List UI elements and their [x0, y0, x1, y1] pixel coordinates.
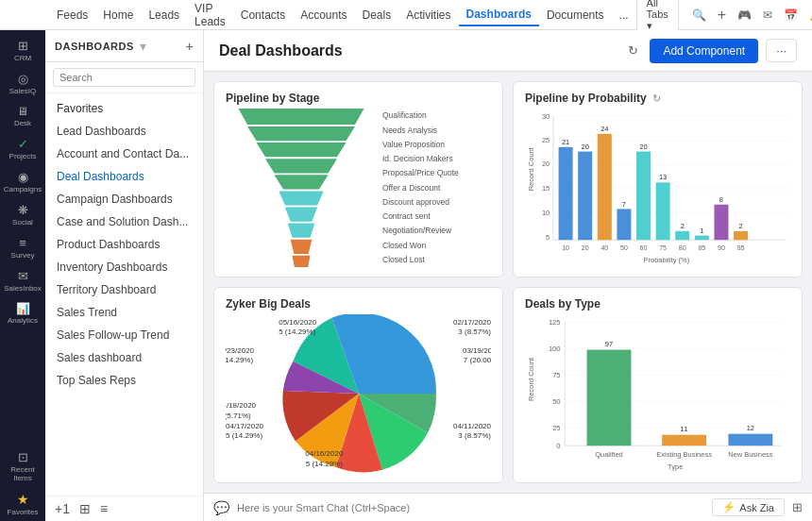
nav-footer-grid[interactable]: ⊞: [79, 501, 91, 516]
probability-title-row: Pipeline by Probability ↻: [525, 92, 790, 105]
pipeline-by-probability-card: Pipeline by Probability ↻ Record Count: [513, 81, 803, 277]
svg-rect-27: [578, 152, 592, 241]
svg-marker-0: [239, 109, 364, 125]
stage-label-discount: Discount approved: [382, 195, 459, 210]
svg-marker-1: [247, 126, 355, 141]
deals-type-title: Deals by Type: [525, 297, 790, 311]
sidebar-icon-survey[interactable]: ≡ Survey: [2, 231, 43, 264]
svg-text:1: 1: [700, 227, 703, 235]
sidebar-icon-recent[interactable]: ⊡ Recent Items: [2, 445, 43, 487]
nav-search-input[interactable]: [53, 68, 195, 87]
svg-rect-39: [695, 236, 709, 241]
calendar-icon[interactable]: 📅: [778, 5, 804, 25]
svg-text:8: 8: [719, 195, 723, 204]
sidebar-icon-salesinbox[interactable]: ✉ SalesInbox: [2, 264, 43, 297]
svg-rect-35: [656, 182, 670, 240]
svg-text:25: 25: [552, 424, 560, 432]
nav-item-product[interactable]: Product Dashboards: [45, 233, 203, 256]
svg-text:7: 7: [622, 200, 626, 209]
svg-text:90: 90: [718, 244, 725, 251]
email-icon[interactable]: ✉: [757, 5, 778, 25]
nav-list: Favorites Lead Dashboards Account and Co…: [45, 93, 203, 496]
nav-item-dashboards[interactable]: Dashboards: [459, 4, 539, 26]
nav-item-more[interactable]: ...: [612, 5, 636, 25]
smart-chat-input[interactable]: [237, 502, 704, 513]
sidebar-icon-crm[interactable]: ⊞ CRM: [2, 34, 43, 67]
nav-item-sales-trend[interactable]: Sales Trend: [45, 301, 203, 324]
svg-text:10: 10: [562, 244, 569, 251]
nav-footer-add[interactable]: +1: [55, 501, 70, 516]
nav-item-campaign-dashboards[interactable]: Campaign Dashboards: [45, 188, 203, 210]
svg-marker-8: [291, 240, 313, 254]
svg-text:5: 5: [546, 233, 550, 242]
nav-item-documents[interactable]: Documents: [539, 5, 612, 25]
pipeline-by-stage-card: Pipeline by Stage: [213, 81, 503, 277]
nav-item-inventory[interactable]: Inventory Dashboards: [45, 256, 203, 278]
stage-label-lost: Closed Lost: [382, 253, 459, 267]
sidebar-icon-favorites[interactable]: ★ Favorites: [2, 487, 43, 521]
stage-label-qualification: Qualification: [382, 109, 459, 123]
svg-text:50: 50: [620, 244, 628, 251]
nav-item-sales-followup[interactable]: Sales Follow-up Trend: [45, 324, 203, 346]
nav-item-feeds[interactable]: Feeds: [49, 5, 95, 25]
zyker-chart-body: 02/17/20203 (8.57%) 03/19/20207 (20.00%)…: [226, 314, 491, 473]
sidebar-icon-campaigns[interactable]: ◉ Campaigns: [2, 165, 43, 198]
nav-item-vip-leads[interactable]: VIP Leads: [187, 0, 233, 32]
svg-text:Record Count: Record Count: [527, 357, 535, 401]
svg-text:50: 50: [552, 397, 560, 406]
nav-item-contacts[interactable]: Contacts: [233, 5, 293, 25]
nav-item-lead-dashboards[interactable]: Lead Dashboards: [45, 120, 203, 143]
nav-item-top-sales[interactable]: Top Sales Reps: [45, 369, 203, 392]
sidebar-icon-projects[interactable]: ✓ Projects: [2, 132, 43, 165]
nav-add-icon[interactable]: +: [185, 38, 194, 54]
stage-label-negotiation: Negotiation/Review: [382, 224, 459, 238]
nav-item-sales-dashboard[interactable]: Sales dashboard: [45, 346, 203, 369]
deals-by-type-card: Deals by Type: [513, 287, 803, 483]
nav-panel-header: DASHBOARDS ▾ +: [45, 30, 203, 62]
sidebar-icon-desk[interactable]: 🖥 Desk: [2, 100, 43, 132]
sidebar-icon-social[interactable]: ❋ Social: [2, 198, 43, 231]
nav-item-territory[interactable]: Territory Dashboard: [45, 278, 203, 301]
add-component-button[interactable]: Add Component: [650, 39, 758, 63]
nav-footer-list[interactable]: ≡: [100, 501, 108, 516]
top-navigation-bar: Feeds Home Leads VIP Leads Contacts Acco…: [0, 0, 812, 30]
nav-item-deals[interactable]: Deals: [355, 5, 399, 25]
refresh-icon[interactable]: ↻: [628, 43, 638, 58]
probability-chart-container: Record Count 30 25: [525, 107, 790, 267]
svg-text:95: 95: [737, 244, 745, 251]
svg-text:0: 0: [556, 442, 560, 450]
svg-marker-6: [285, 208, 317, 222]
sidebar-icon-analytics[interactable]: 📊 Analytics: [2, 297, 43, 329]
svg-rect-31: [617, 209, 631, 240]
nav-search-wrapper: [45, 62, 203, 93]
stage-label-offer: Offer a Discount: [382, 180, 459, 194]
nav-item-deal-dashboards[interactable]: Deal Dashboards: [45, 165, 203, 188]
sidebar-icon-salesiq[interactable]: ◎ SalesIQ: [2, 67, 43, 100]
svg-text:20: 20: [542, 160, 550, 168]
more-options-button[interactable]: ···: [766, 39, 797, 62]
nav-item-home[interactable]: Home: [95, 5, 141, 25]
add-icon[interactable]: +: [712, 3, 732, 27]
svg-text:30: 30: [542, 112, 550, 121]
probability-refresh-icon[interactable]: ↻: [652, 92, 661, 105]
pipeline-stage-labels: Qualification Needs Analysis Value Propo…: [382, 109, 459, 267]
search-icon[interactable]: 🔍: [686, 5, 712, 25]
nav-item-account-contact[interactable]: Account and Contact Da...: [45, 143, 203, 165]
nav-item-activities[interactable]: Activities: [398, 5, 458, 25]
svg-text:10: 10: [542, 209, 550, 217]
nav-item-case-solution[interactable]: Case and Solution Dash...: [45, 210, 203, 233]
dashboard-header: Deal Dashboards ↻ Add Component ···: [204, 30, 812, 72]
smart-chat-icon: 💬: [213, 500, 229, 515]
svg-text:125: 125: [549, 318, 561, 327]
game-icon[interactable]: 🎮: [732, 5, 757, 25]
ask-zia-button[interactable]: ⚡ Ask Zia: [712, 498, 785, 516]
svg-text:75: 75: [659, 244, 667, 251]
notification-icon[interactable]: 🔔5: [804, 5, 812, 25]
svg-rect-29: [598, 134, 612, 240]
pipeline-stage-title: Pipeline by Stage: [226, 92, 491, 105]
zyker-big-deals-card: Zyker Big Deals: [213, 287, 503, 483]
nav-item-leads[interactable]: Leads: [141, 5, 187, 25]
svg-marker-5: [279, 191, 324, 205]
nav-item-accounts[interactable]: Accounts: [293, 5, 354, 25]
nav-footer: +1 ⊞ ≡: [45, 496, 203, 521]
